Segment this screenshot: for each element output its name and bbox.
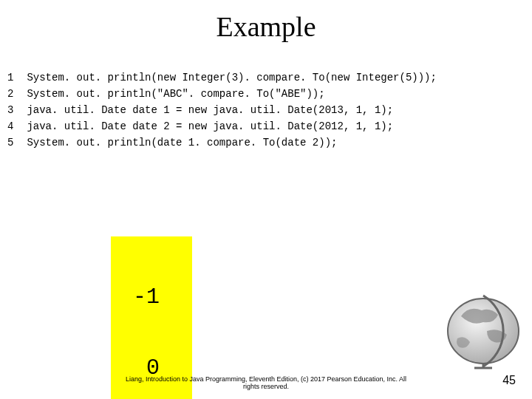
line-number: 2: [7, 88, 13, 100]
code-block: 1 2 3 4 5 System. out. println(new Integ…: [0, 69, 532, 151]
line-number: 1: [7, 72, 13, 83]
slide-title: Example: [0, 10, 532, 43]
line-number: 4: [7, 120, 13, 132]
code-line: System. out. println(date 1. compare. To…: [27, 137, 337, 149]
line-number-gutter: 1 2 3 4 5: [7, 69, 13, 151]
line-number: 5: [7, 137, 13, 149]
page-number: 45: [502, 374, 516, 387]
globe-icon: [424, 294, 528, 375]
code-line: java. util. Date date 2 = new java. util…: [27, 120, 393, 132]
footer-citation: Liang, Introduction to Java Programming,…: [0, 375, 532, 390]
code-content: System. out. println(new Integer(3). com…: [27, 69, 437, 151]
code-line: System. out. println("ABC". compare. To(…: [27, 88, 324, 100]
output-line: -1: [111, 285, 192, 309]
footer-line: rights reserved.: [243, 383, 289, 390]
code-line: System. out. println(new Integer(3). com…: [27, 72, 437, 83]
output-box: -1 0 1: [111, 236, 192, 399]
line-number: 3: [7, 104, 13, 116]
footer-line: Liang, Introduction to Java Programming,…: [126, 375, 406, 383]
code-line: java. util. Date date 1 = new java. util…: [27, 104, 393, 116]
